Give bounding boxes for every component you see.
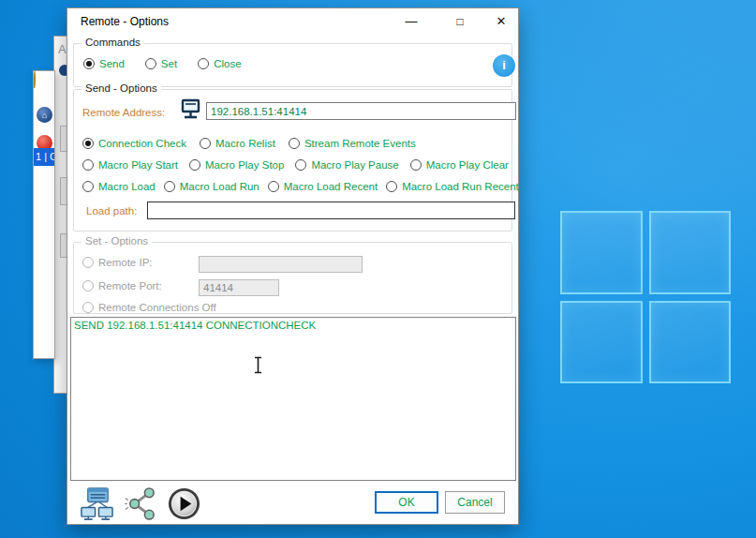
commands-groupbox: Commands Send Set Close xyxy=(73,43,512,87)
radio-macro-relist[interactable]: Macro Relist xyxy=(200,138,275,149)
send-options-groupbox: Send - Options Remote Address: Connectio… xyxy=(73,89,512,232)
set-options-group-label: Set - Options xyxy=(82,235,152,247)
radio-icon xyxy=(289,138,300,149)
remote-computers-icon[interactable] xyxy=(80,486,114,521)
commands-radio-row: Send Set Close xyxy=(83,58,242,69)
send-options-group-label: Send - Options xyxy=(82,82,161,94)
send-radio-row-2: Macro Play Start Macro Play Stop Macro P… xyxy=(82,159,509,171)
info-icon[interactable]: i xyxy=(493,54,515,77)
radio-icon xyxy=(295,159,306,171)
radio-macro-load[interactable]: Macro Load xyxy=(82,181,156,192)
radio-close[interactable]: Close xyxy=(198,58,241,69)
commands-group-label: Commands xyxy=(82,37,144,48)
partial-window-text: A xyxy=(58,42,67,56)
remote-ip-input xyxy=(199,256,363,273)
windows-logo xyxy=(560,211,731,383)
set-options-groupbox: Set - Options Remote IP: Remote Port: Re… xyxy=(73,242,512,314)
home-icon[interactable]: ⌂ xyxy=(37,107,52,123)
radio-icon xyxy=(82,181,94,192)
radio-connection-check[interactable]: Connection Check xyxy=(82,138,186,149)
play-icon[interactable] xyxy=(167,486,201,521)
radio-icon xyxy=(82,138,94,149)
radio-icon xyxy=(268,181,279,192)
radio-icon xyxy=(82,257,94,268)
radio-macro-load-recent[interactable]: Macro Load Recent xyxy=(268,181,378,192)
command-preview-box[interactable]: SEND 192.168.1.51:41414 CONNECTIONCHECK xyxy=(70,317,516,481)
load-path-input[interactable] xyxy=(147,202,515,219)
selected-list-row[interactable]: 1 | C xyxy=(34,148,54,166)
load-path-label: Load path: xyxy=(86,205,137,217)
radio-icon xyxy=(82,159,94,171)
radio-stream-remote-events[interactable]: Stream Remote Events xyxy=(289,138,416,149)
radio-remote-port[interactable]: Remote Port: xyxy=(82,280,162,291)
windows-logo-pane xyxy=(649,301,732,384)
radio-macro-play-stop[interactable]: Macro Play Stop xyxy=(189,159,284,171)
remote-address-label: Remote Address: xyxy=(82,107,165,118)
remote-port-input xyxy=(199,279,279,296)
radio-icon xyxy=(82,302,94,313)
radio-icon xyxy=(189,159,200,171)
radio-remote-connections-off[interactable]: Remote Connections Off xyxy=(82,302,216,313)
radio-icon xyxy=(82,280,94,291)
windows-logo-pane xyxy=(560,301,643,384)
radio-icon xyxy=(410,159,422,171)
radio-macro-play-pause[interactable]: Macro Play Pause xyxy=(295,159,398,171)
radio-macro-load-run-recent[interactable]: Macro Load Run Recent xyxy=(386,181,519,192)
radio-remote-ip[interactable]: Remote IP: xyxy=(82,257,153,268)
radio-macro-play-start[interactable]: Macro Play Start xyxy=(82,159,178,171)
pin-icon[interactable] xyxy=(34,70,36,88)
cancel-button[interactable]: Cancel xyxy=(445,491,505,514)
send-radio-row-1: Connection Check Macro Relist Stream Rem… xyxy=(82,138,416,149)
close-icon[interactable]: ✕ xyxy=(483,8,519,35)
remote-options-dialog: Remote - Options — □ ✕ Commands Send Set… xyxy=(67,7,519,525)
radio-macro-load-run[interactable]: Macro Load Run xyxy=(164,181,259,192)
windows-logo-pane xyxy=(649,211,732,294)
minimize-icon[interactable]: — xyxy=(393,8,429,35)
remote-computer-icon xyxy=(179,98,202,121)
radio-icon xyxy=(145,58,156,69)
maximize-icon[interactable]: □ xyxy=(442,8,478,35)
send-radio-row-3: Macro Load Macro Load Run Macro Load Rec… xyxy=(82,181,519,192)
radio-icon xyxy=(83,58,95,69)
radio-icon xyxy=(164,181,175,192)
share-icon[interactable] xyxy=(124,486,158,521)
radio-set[interactable]: Set xyxy=(145,58,177,69)
windows-logo-pane xyxy=(560,211,643,294)
titlebar[interactable]: Remote - Options — □ ✕ xyxy=(67,8,518,35)
ok-button[interactable]: OK xyxy=(375,491,438,514)
radio-macro-play-clear[interactable]: Macro Play Clear xyxy=(410,159,509,171)
radio-icon xyxy=(386,181,397,192)
radio-icon xyxy=(198,58,209,69)
background-window-toolbar[interactable]: ⌂ 1 | C xyxy=(33,70,55,359)
radio-icon xyxy=(200,138,211,149)
radio-send[interactable]: Send xyxy=(83,58,125,69)
desktop: { "desktop": { "wallpaper_base_color": "… xyxy=(0,0,756,538)
dialog-title: Remote - Options xyxy=(81,8,169,35)
remote-address-input[interactable] xyxy=(206,102,516,120)
background-window-partial[interactable]: A xyxy=(53,36,67,394)
